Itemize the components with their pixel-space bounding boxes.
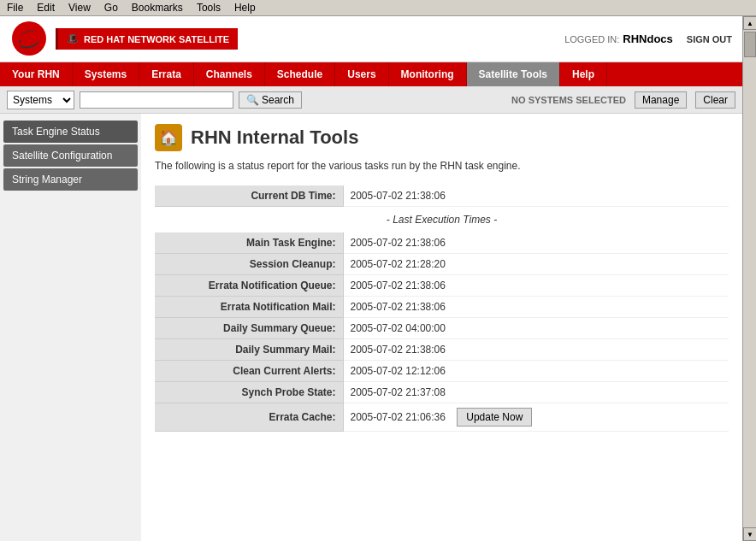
- table-row-4: Daily Summary Queue: 2005-07-02 04:00:00: [155, 318, 729, 339]
- row-2-label: Errata Notification Queue:: [155, 275, 343, 297]
- menu-edit[interactable]: Edit: [37, 2, 55, 14]
- table-row-current-db: Current DB Time: 2005-07-02 21:38:06: [155, 185, 729, 207]
- row-8-value: 2005-07-02 21:06:36 Update Now: [343, 403, 729, 432]
- manage-button[interactable]: Manage: [635, 91, 687, 109]
- scroll-down-button[interactable]: ▼: [743, 527, 756, 541]
- row-2-value: 2005-07-02 21:38:06: [343, 275, 729, 297]
- menu-tools[interactable]: Tools: [197, 2, 221, 14]
- data-table: Current DB Time: 2005-07-02 21:38:06 - L…: [155, 185, 729, 432]
- tools-icon: 🏠: [159, 128, 178, 147]
- logged-in-label: LOGGED IN:: [564, 34, 619, 44]
- page-icon: 🏠: [155, 124, 182, 151]
- browser-chrome: File Edit View Go Bookmarks Tools Help: [0, 0, 756, 16]
- table-row-2: Errata Notification Queue: 2005-07-02 21…: [155, 275, 729, 297]
- login-area: LOGGED IN: RHNdocs SIGN OUT: [564, 32, 732, 45]
- row-3-label: Errata Notification Mail:: [155, 297, 343, 318]
- logo-text: RED HAT NETWORK SATELLITE: [84, 34, 229, 44]
- row-0-label: Main Task Engine:: [155, 232, 343, 254]
- page-description: The following is a status report for the…: [155, 160, 729, 172]
- nav-your-rhn[interactable]: Your RHN: [0, 62, 73, 86]
- hat-icon: 🎩: [67, 33, 79, 44]
- menu-go[interactable]: Go: [104, 2, 118, 14]
- page-title-area: 🏠 RHN Internal Tools: [155, 124, 729, 151]
- menu-file[interactable]: File: [7, 2, 23, 14]
- logo-area: 🎩 RED HAT NETWORK SATELLITE: [10, 20, 238, 58]
- nav-users[interactable]: Users: [335, 62, 388, 86]
- current-db-value: 2005-07-02 21:38:06: [343, 185, 729, 207]
- section-header-row: - Last Execution Times -: [155, 207, 729, 233]
- errata-cache-value: 2005-07-02 21:06:36: [351, 411, 446, 423]
- scrollbar-track[interactable]: [743, 30, 756, 527]
- nav-satellite-tools[interactable]: Satellite Tools: [467, 62, 560, 86]
- search-input[interactable]: [80, 91, 233, 109]
- sidebar-item-task-engine[interactable]: Task Engine Status: [3, 121, 138, 143]
- row-7-value: 2005-07-02 21:37:08: [343, 382, 729, 403]
- row-4-label: Daily Summary Queue:: [155, 318, 343, 339]
- row-5-value: 2005-07-02 21:38:06: [343, 339, 729, 361]
- row-5-label: Daily Summary Mail:: [155, 339, 343, 361]
- search-category-select[interactable]: Systems Packages Errata Docs: [7, 91, 74, 109]
- page-title: RHN Internal Tools: [191, 127, 358, 149]
- main-content: 🏠 RHN Internal Tools The following is a …: [141, 114, 742, 541]
- row-3-value: 2005-07-02 21:38:06: [343, 297, 729, 318]
- nav-bar: Your RHN Systems Errata Channels Schedul…: [0, 62, 742, 86]
- nav-errata[interactable]: Errata: [139, 62, 194, 86]
- rhn-text-logo: 🎩 RED HAT NETWORK SATELLITE: [56, 28, 238, 50]
- scrollbar-thumb[interactable]: [744, 32, 756, 57]
- search-button[interactable]: 🔍 Search: [239, 91, 302, 109]
- row-6-value: 2005-07-02 12:12:06: [343, 361, 729, 382]
- nav-systems[interactable]: Systems: [73, 62, 139, 86]
- search-button-label: Search: [262, 94, 294, 106]
- clear-button[interactable]: Clear: [695, 91, 735, 109]
- username: RHNdocs: [623, 32, 673, 45]
- row-4-value: 2005-07-02 04:00:00: [343, 318, 729, 339]
- nav-schedule[interactable]: Schedule: [265, 62, 335, 86]
- update-now-button[interactable]: Update Now: [457, 408, 532, 427]
- nav-channels[interactable]: Channels: [194, 62, 265, 86]
- row-6-label: Clean Current Alerts:: [155, 361, 343, 382]
- page-wrapper: 🎩 RED HAT NETWORK SATELLITE LOGGED IN: R…: [0, 16, 756, 541]
- table-row-1: Session Cleanup: 2005-07-02 21:28:20: [155, 254, 729, 275]
- sidebar-item-satellite-config[interactable]: Satellite Configuration: [3, 144, 138, 167]
- menu-bookmarks[interactable]: Bookmarks: [132, 2, 183, 14]
- menu-help[interactable]: Help: [234, 2, 256, 14]
- row-1-label: Session Cleanup:: [155, 254, 343, 275]
- table-row-5: Daily Summary Mail: 2005-07-02 21:38:06: [155, 339, 729, 361]
- page-content: 🎩 RED HAT NETWORK SATELLITE LOGGED IN: R…: [0, 16, 742, 541]
- table-row-6: Clean Current Alerts: 2005-07-02 12:12:0…: [155, 361, 729, 382]
- table-row-7: Synch Probe State: 2005-07-02 21:37:08: [155, 382, 729, 403]
- row-1-value: 2005-07-02 21:28:20: [343, 254, 729, 275]
- no-systems-label: No SYSTEMS SELECTED: [511, 95, 626, 105]
- site-header: 🎩 RED HAT NETWORK SATELLITE LOGGED IN: R…: [0, 16, 742, 62]
- row-7-label: Synch Probe State:: [155, 382, 343, 403]
- current-db-label: Current DB Time:: [155, 185, 343, 207]
- search-bar: Systems Packages Errata Docs 🔍 Search No…: [0, 86, 742, 114]
- menu-view[interactable]: View: [68, 2, 91, 14]
- scrollbar: ▲ ▼: [742, 16, 756, 541]
- sign-out-link[interactable]: SIGN OUT: [687, 34, 732, 44]
- table-row-0: Main Task Engine: 2005-07-02 21:38:06: [155, 232, 729, 254]
- search-icon: 🔍: [246, 94, 259, 106]
- menu-bar: File Edit View Go Bookmarks Tools Help: [0, 0, 756, 15]
- row-8-label: Errata Cache:: [155, 403, 343, 432]
- nav-monitoring[interactable]: Monitoring: [389, 62, 467, 86]
- table-row-3: Errata Notification Mail: 2005-07-02 21:…: [155, 297, 729, 318]
- redhat-logo-icon: [10, 20, 49, 58]
- section-header-text: - Last Execution Times -: [155, 207, 729, 233]
- table-row-8: Errata Cache: 2005-07-02 21:06:36 Update…: [155, 403, 729, 432]
- row-0-value: 2005-07-02 21:38:06: [343, 232, 729, 254]
- nav-help[interactable]: Help: [560, 62, 607, 86]
- main-layout: Task Engine Status Satellite Configurati…: [0, 114, 742, 541]
- scroll-up-button[interactable]: ▲: [743, 16, 756, 30]
- sidebar-item-string-manager[interactable]: String Manager: [3, 168, 138, 191]
- sidebar: Task Engine Status Satellite Configurati…: [0, 114, 141, 541]
